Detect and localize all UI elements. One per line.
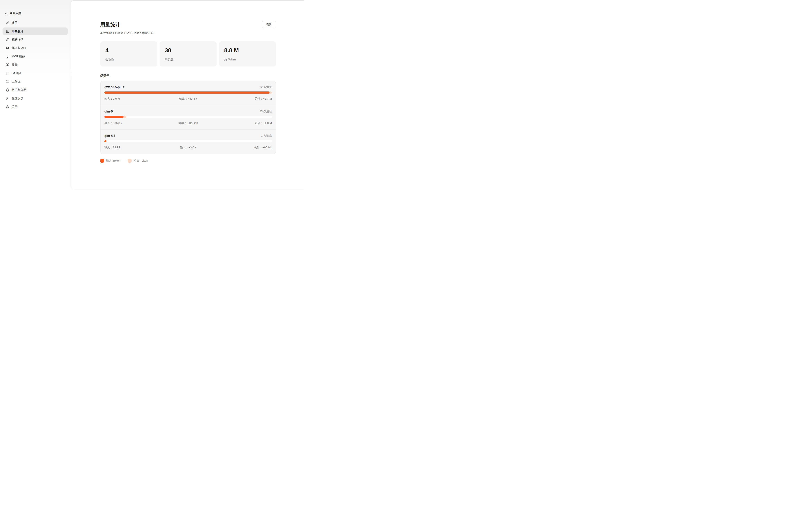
legend-label: 输出 Token (134, 159, 148, 163)
info-icon (6, 105, 9, 108)
sidebar-item-label: MCP 服务 (12, 55, 25, 58)
output-tokens-stat: 输出：~120.2 k (160, 121, 216, 125)
chat-bubble-icon (6, 72, 9, 75)
summary-card: 4 会话数 (100, 41, 157, 67)
message-plus-icon (6, 97, 9, 100)
summary-value: 8.8 M (224, 47, 271, 54)
sidebar-item-label: 数据与隐私 (12, 88, 26, 92)
book-open-icon (6, 63, 9, 67)
legend-item: 输出 Token (128, 159, 148, 163)
summary-card: 38 消息数 (160, 41, 216, 67)
sidebar-item-label: 技能 (12, 63, 17, 67)
page-subtitle: 本设备所有已保存对话的 Token 用量汇总。 (100, 31, 276, 35)
input-tokens-stat: 输入：896.8 k (104, 121, 160, 125)
by-model-section-title: 按模型 (100, 74, 276, 78)
coins-icon (6, 38, 9, 41)
models-card: qwen3.5-plus 12 条消息 输入：7.6 M 输出：~80.4 k … (100, 81, 276, 154)
sidebar-item-label: 模型与 API (12, 46, 26, 50)
sidebar-item-feedback[interactable]: 提交反馈 (3, 95, 68, 102)
sidebar-item-credits[interactable]: 积分详情 (3, 36, 68, 43)
total-tokens-stat: 总计：~1.0 M (216, 121, 272, 125)
bar-chart-icon (6, 30, 9, 33)
legend: 输入 Token 输出 Token (100, 159, 276, 163)
sidebar-item-label: 用量统计 (12, 29, 23, 33)
sidebar-item-usage[interactable]: 用量统计 (3, 27, 68, 35)
sidebar-item-about[interactable]: 关于 (3, 103, 68, 110)
sidebar-nav: 通用 用量统计 积分详情 模型与 API MCP 服务 技能 IM 频道 工作区… (0, 19, 71, 110)
legend-label: 输入 Token (106, 159, 121, 163)
sidebar-item-general[interactable]: 通用 (3, 19, 68, 26)
output-token-swatch (128, 159, 132, 163)
token-usage-bar (104, 140, 272, 142)
output-tokens-stat: 输出：~3.0 k (160, 146, 216, 149)
output-tokens-stat: 输出：~80.4 k (160, 97, 216, 101)
settings-window: 返回应用 通用 用量统计 积分详情 模型与 API MCP 服务 技能 IM 频… (0, 0, 304, 190)
model-name: glm-4.7 (104, 134, 115, 138)
plug-icon (6, 55, 9, 58)
refresh-button[interactable]: 刷新 (262, 21, 276, 28)
sidebar-item-label: 工作区 (12, 80, 20, 83)
input-token-bar-segment (104, 116, 124, 118)
sidebar-item-label: 提交反馈 (12, 96, 23, 100)
total-tokens-stat: 总计：~85.9 k (216, 146, 272, 149)
model-usage-row: qwen3.5-plus 12 条消息 输入：7.6 M 输出：~80.4 k … (100, 81, 276, 105)
main-panel: 用量统计 刷新 本设备所有已保存对话的 Token 用量汇总。 4 会话数 38… (71, 0, 304, 189)
model-usage-row: glm-5 25 条消息 输入：896.8 k 输出：~120.2 k 总计：~… (100, 105, 276, 130)
sidebar-item-label: 积分详情 (12, 38, 23, 41)
model-name: qwen3.5-plus (104, 85, 124, 89)
sidebar-item-skills[interactable]: 技能 (3, 61, 68, 69)
shield-icon (6, 88, 9, 92)
summary-value: 4 (105, 47, 152, 54)
summary-label: 会话数 (105, 58, 152, 62)
pencil-icon (6, 21, 9, 24)
page-title: 用量统计 (100, 21, 120, 28)
model-message-count: 12 条消息 (260, 85, 272, 89)
sidebar-item-label: IM 频道 (12, 71, 22, 75)
arrow-left-icon (5, 12, 8, 15)
sidebar-item-label: 关于 (12, 105, 17, 109)
model-usage-row: glm-4.7 1 条消息 输入：82.9 k 输出：~3.0 k 总计：~85… (100, 130, 276, 154)
legend-item: 输入 Token (100, 159, 121, 163)
sidebar: 返回应用 通用 用量统计 积分详情 模型与 API MCP 服务 技能 IM 频… (0, 0, 71, 190)
folder-icon (6, 80, 9, 83)
summary-card: 8.8 M 总 Token (219, 41, 276, 67)
sidebar-item-mcp[interactable]: MCP 服务 (3, 53, 68, 60)
model-message-count: 1 条消息 (261, 134, 272, 138)
input-token-swatch (100, 159, 104, 163)
summary-value: 38 (165, 47, 211, 54)
summary-cards: 4 会话数 38 消息数 8.8 M 总 Token (100, 41, 276, 67)
sidebar-item-workspace[interactable]: 工作区 (3, 78, 68, 85)
sidebar-item-privacy[interactable]: 数据与隐私 (3, 86, 68, 94)
back-to-app-button[interactable]: 返回应用 (5, 11, 71, 15)
sidebar-item-label: 通用 (12, 21, 17, 25)
model-message-count: 25 条消息 (260, 109, 272, 113)
input-token-bar-segment (104, 91, 270, 94)
total-tokens-stat: 总计：~7.7 M (216, 97, 272, 101)
summary-label: 消息数 (165, 58, 211, 62)
sidebar-item-im[interactable]: IM 频道 (3, 69, 68, 77)
chip-icon (6, 47, 9, 50)
model-name: glm-5 (104, 110, 113, 113)
token-usage-bar (104, 91, 272, 94)
sidebar-item-models[interactable]: 模型与 API (3, 44, 68, 52)
input-tokens-stat: 输入：7.6 M (104, 97, 160, 101)
summary-label: 总 Token (224, 58, 271, 62)
usage-page: 用量统计 刷新 本设备所有已保存对话的 Token 用量汇总。 4 会话数 38… (71, 1, 304, 163)
input-tokens-stat: 输入：82.9 k (104, 146, 160, 149)
token-usage-bar (104, 116, 272, 118)
back-to-app-label: 返回应用 (10, 11, 21, 15)
